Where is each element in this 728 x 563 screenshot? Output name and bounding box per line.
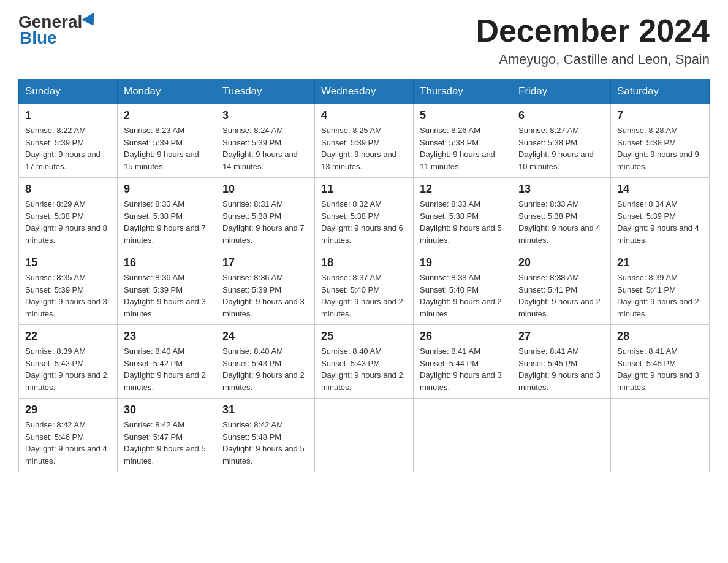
day-number: 4: [321, 109, 407, 122]
logo-triangle-icon: [82, 12, 100, 29]
day-info: Sunrise: 8:30 AMSunset: 5:38 PMDaylight:…: [124, 198, 210, 246]
calendar-cell: 29Sunrise: 8:42 AMSunset: 5:46 PMDayligh…: [19, 399, 118, 472]
calendar-cell: 14Sunrise: 8:34 AMSunset: 5:39 PMDayligh…: [611, 178, 710, 251]
calendar-cell: 23Sunrise: 8:40 AMSunset: 5:42 PMDayligh…: [118, 325, 216, 399]
page-header: General Blue December 2024 Ameyugo, Cast…: [18, 12, 710, 67]
calendar-cell: 11Sunrise: 8:32 AMSunset: 5:38 PMDayligh…: [315, 178, 414, 251]
calendar-cell: [315, 399, 414, 472]
calendar-cell: 5Sunrise: 8:26 AMSunset: 5:38 PMDaylight…: [414, 104, 512, 178]
day-number: 14: [617, 183, 703, 196]
calendar-cell: [414, 399, 512, 472]
day-info: Sunrise: 8:39 AMSunset: 5:41 PMDaylight:…: [617, 272, 703, 320]
day-info: Sunrise: 8:42 AMSunset: 5:48 PMDaylight:…: [222, 419, 308, 467]
calendar-cell: 13Sunrise: 8:33 AMSunset: 5:38 PMDayligh…: [512, 178, 611, 251]
day-info: Sunrise: 8:26 AMSunset: 5:38 PMDaylight:…: [420, 124, 506, 172]
day-number: 25: [321, 330, 407, 343]
day-number: 12: [420, 183, 506, 196]
day-info: Sunrise: 8:32 AMSunset: 5:38 PMDaylight:…: [321, 198, 407, 246]
weekday-header-thursday: Thursday: [414, 79, 512, 104]
calendar-cell: 7Sunrise: 8:28 AMSunset: 5:38 PMDaylight…: [611, 104, 710, 178]
title-area: December 2024 Ameyugo, Castille and Leon…: [476, 12, 710, 67]
day-number: 30: [124, 404, 210, 416]
day-number: 16: [124, 256, 210, 269]
day-info: Sunrise: 8:38 AMSunset: 5:41 PMDaylight:…: [518, 272, 604, 320]
day-number: 29: [25, 404, 111, 416]
calendar-cell: 15Sunrise: 8:35 AMSunset: 5:39 PMDayligh…: [19, 251, 118, 325]
calendar-cell: 1Sunrise: 8:22 AMSunset: 5:39 PMDaylight…: [19, 104, 118, 178]
calendar-cell: 31Sunrise: 8:42 AMSunset: 5:48 PMDayligh…: [216, 399, 315, 472]
day-number: 7: [617, 109, 703, 122]
day-info: Sunrise: 8:36 AMSunset: 5:39 PMDaylight:…: [124, 272, 210, 320]
day-number: 23: [124, 330, 210, 343]
calendar-cell: 22Sunrise: 8:39 AMSunset: 5:42 PMDayligh…: [19, 325, 118, 399]
day-number: 28: [617, 330, 703, 343]
day-number: 26: [420, 330, 506, 343]
weekday-header-row: SundayMondayTuesdayWednesdayThursdayFrid…: [19, 79, 710, 104]
calendar-cell: 24Sunrise: 8:40 AMSunset: 5:43 PMDayligh…: [216, 325, 315, 399]
day-info: Sunrise: 8:22 AMSunset: 5:39 PMDaylight:…: [25, 124, 111, 172]
day-info: Sunrise: 8:33 AMSunset: 5:38 PMDaylight:…: [518, 198, 604, 246]
day-number: 17: [222, 256, 308, 269]
calendar-cell: 16Sunrise: 8:36 AMSunset: 5:39 PMDayligh…: [118, 251, 216, 325]
day-number: 11: [321, 183, 407, 196]
day-info: Sunrise: 8:41 AMSunset: 5:44 PMDaylight:…: [420, 345, 506, 393]
day-info: Sunrise: 8:42 AMSunset: 5:46 PMDaylight:…: [25, 419, 111, 467]
day-number: 18: [321, 256, 407, 269]
day-info: Sunrise: 8:31 AMSunset: 5:38 PMDaylight:…: [222, 198, 308, 246]
day-info: Sunrise: 8:38 AMSunset: 5:40 PMDaylight:…: [420, 272, 506, 320]
day-info: Sunrise: 8:41 AMSunset: 5:45 PMDaylight:…: [617, 345, 703, 393]
calendar-cell: 21Sunrise: 8:39 AMSunset: 5:41 PMDayligh…: [611, 251, 710, 325]
calendar-cell: 4Sunrise: 8:25 AMSunset: 5:39 PMDaylight…: [315, 104, 414, 178]
calendar-cell: [611, 399, 710, 472]
day-number: 2: [124, 109, 210, 122]
day-info: Sunrise: 8:29 AMSunset: 5:38 PMDaylight:…: [25, 198, 111, 246]
calendar-cell: 9Sunrise: 8:30 AMSunset: 5:38 PMDaylight…: [118, 178, 216, 251]
location-title: Ameyugo, Castille and Leon, Spain: [476, 52, 710, 67]
day-number: 24: [222, 330, 308, 343]
day-number: 15: [25, 256, 111, 269]
day-number: 13: [518, 183, 604, 196]
calendar-cell: 26Sunrise: 8:41 AMSunset: 5:44 PMDayligh…: [414, 325, 512, 399]
month-title: December 2024: [476, 12, 710, 49]
calendar-cell: 17Sunrise: 8:36 AMSunset: 5:39 PMDayligh…: [216, 251, 315, 325]
calendar-week-row: 15Sunrise: 8:35 AMSunset: 5:39 PMDayligh…: [19, 251, 710, 325]
day-info: Sunrise: 8:39 AMSunset: 5:42 PMDaylight:…: [25, 345, 111, 393]
day-number: 19: [420, 256, 506, 269]
day-number: 3: [222, 109, 308, 122]
calendar-table: SundayMondayTuesdayWednesdayThursdayFrid…: [18, 79, 710, 472]
calendar-cell: 20Sunrise: 8:38 AMSunset: 5:41 PMDayligh…: [512, 251, 611, 325]
day-info: Sunrise: 8:27 AMSunset: 5:38 PMDaylight:…: [518, 124, 604, 172]
weekday-header-tuesday: Tuesday: [216, 79, 315, 104]
calendar-cell: 2Sunrise: 8:23 AMSunset: 5:39 PMDaylight…: [118, 104, 216, 178]
calendar-week-row: 22Sunrise: 8:39 AMSunset: 5:42 PMDayligh…: [19, 325, 710, 399]
day-info: Sunrise: 8:24 AMSunset: 5:39 PMDaylight:…: [222, 124, 308, 172]
calendar-cell: 6Sunrise: 8:27 AMSunset: 5:38 PMDaylight…: [512, 104, 611, 178]
calendar-cell: 27Sunrise: 8:41 AMSunset: 5:45 PMDayligh…: [512, 325, 611, 399]
day-number: 9: [124, 183, 210, 196]
weekday-header-wednesday: Wednesday: [315, 79, 414, 104]
calendar-cell: 12Sunrise: 8:33 AMSunset: 5:38 PMDayligh…: [414, 178, 512, 251]
weekday-header-monday: Monday: [118, 79, 216, 104]
day-info: Sunrise: 8:42 AMSunset: 5:47 PMDaylight:…: [124, 419, 210, 467]
calendar-cell: 19Sunrise: 8:38 AMSunset: 5:40 PMDayligh…: [414, 251, 512, 325]
day-number: 31: [222, 404, 308, 416]
weekday-header-sunday: Sunday: [19, 79, 118, 104]
logo: General Blue: [18, 12, 98, 48]
weekday-header-saturday: Saturday: [611, 79, 710, 104]
day-number: 10: [222, 183, 308, 196]
calendar-cell: 25Sunrise: 8:40 AMSunset: 5:43 PMDayligh…: [315, 325, 414, 399]
day-info: Sunrise: 8:40 AMSunset: 5:42 PMDaylight:…: [124, 345, 210, 393]
calendar-week-row: 1Sunrise: 8:22 AMSunset: 5:39 PMDaylight…: [19, 104, 710, 178]
calendar-cell: [512, 399, 611, 472]
day-info: Sunrise: 8:23 AMSunset: 5:39 PMDaylight:…: [124, 124, 210, 172]
day-info: Sunrise: 8:37 AMSunset: 5:40 PMDaylight:…: [321, 272, 407, 320]
day-info: Sunrise: 8:36 AMSunset: 5:39 PMDaylight:…: [222, 272, 308, 320]
calendar-cell: 30Sunrise: 8:42 AMSunset: 5:47 PMDayligh…: [118, 399, 216, 472]
day-info: Sunrise: 8:28 AMSunset: 5:38 PMDaylight:…: [617, 124, 703, 172]
day-number: 22: [25, 330, 111, 343]
day-info: Sunrise: 8:35 AMSunset: 5:39 PMDaylight:…: [25, 272, 111, 320]
day-info: Sunrise: 8:34 AMSunset: 5:39 PMDaylight:…: [617, 198, 703, 246]
logo-blue-text: Blue: [20, 28, 57, 48]
day-info: Sunrise: 8:41 AMSunset: 5:45 PMDaylight:…: [518, 345, 604, 393]
calendar-cell: 10Sunrise: 8:31 AMSunset: 5:38 PMDayligh…: [216, 178, 315, 251]
